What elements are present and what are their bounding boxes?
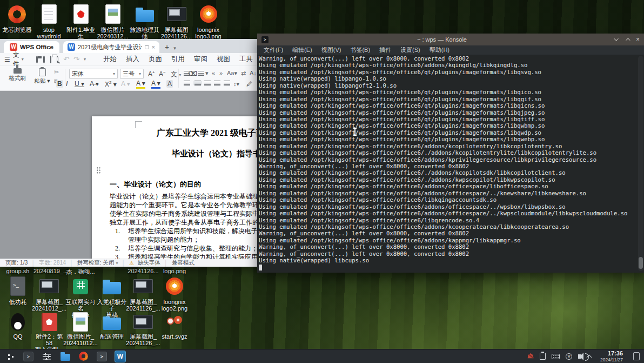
increase-indent-icon[interactable]: » [219,70,223,76]
notifications-muted-icon[interactable] [527,353,534,359]
taskbar-browser-button[interactable] [78,351,89,362]
word-count[interactable]: 字数: 2814 [39,259,66,267]
desktop-icon-label[interactable]: 20241126... [128,268,159,274]
keyboard-icon[interactable] [552,354,560,359]
align-right-button[interactable] [204,81,211,85]
paste-button[interactable]: 粘贴 ▾ [30,68,54,85]
char-shading-button[interactable]: A [166,80,173,88]
text-direction-button[interactable]: ⇄ [241,70,246,77]
desktop-icon[interactable]: 附件2：第58 期入党积... [33,312,65,353]
ribbon-tab[interactable]: 引用 [170,53,186,65]
compat-mode-status[interactable]: 兼容模式 [172,259,194,267]
bullet-list-button[interactable]: ▾ [184,70,194,77]
strikethrough-button[interactable]: A ▾ [90,80,99,88]
tab-preview-icon[interactable] [145,45,149,49]
ribbon-tab[interactable]: 工具 [238,53,254,65]
export-pdf-icon[interactable] [43,56,45,63]
page-indicator[interactable]: 页面: 1/3 [5,259,28,267]
font-name-select[interactable]: 宋体▾ [69,69,118,79]
desktop-icon-label: 屏幕截图 20241126... [161,27,192,39]
taskbar-settings-button[interactable] [41,351,52,362]
scrollbar-thumb[interactable] [639,257,643,269]
save-icon[interactable] [36,56,38,63]
change-case-button[interactable]: Aa▾ [227,70,237,77]
taskbar-konsole-task[interactable]: > [96,351,108,362]
shading-button[interactable]: 🖉 [246,81,252,87]
format-painter-button[interactable]: 格式刷 [5,68,29,82]
wordart-button[interactable]: A ▾ [121,80,130,88]
hamburger-icon[interactable]: ☰ [4,56,10,63]
taskbar-wps-task[interactable]: W [115,351,126,362]
ribbon-tab[interactable]: 插入 [125,53,140,65]
menu-item[interactable]: 视图(V) [321,46,341,54]
cut-icon[interactable]: ✂ [54,69,59,75]
redo-icon[interactable]: ↷ [73,55,79,63]
print-preview-icon[interactable] [57,56,58,63]
justify-button[interactable] [214,81,220,85]
decrease-font-icon[interactable]: A− [159,70,166,78]
menu-item[interactable]: 编辑(E) [292,46,312,54]
close-icon[interactable]: × [636,36,640,43]
tab-list-caret-icon[interactable]: ▾ [173,45,176,53]
numbered-list-button[interactable]: ▾ [198,70,209,77]
superscript-button[interactable]: X2 ▾ [105,80,117,88]
menu-item[interactable]: 文件(F) [264,46,283,54]
network-icon[interactable]: V [566,353,572,360]
undo-icon[interactable]: ↶ [63,55,69,63]
line-spacing-button[interactable]: ↕▾ [233,81,239,88]
menu-item[interactable]: 插件 [379,46,391,54]
desktop-icon[interactable]: 配送管理 [96,312,128,353]
ribbon-tab[interactable]: 审阅 [193,53,209,65]
wps-document-tab[interactable]: W 2021级电商专业毕业设计（论 × [63,41,159,53]
font-color-button[interactable]: A ▾ [151,80,160,89]
ribbon-tab[interactable]: 开始 [102,53,118,65]
terminal-output[interactable]: Warning, of_unconvert(...) left over 0x8… [257,55,644,273]
clipboard-icon[interactable] [540,353,546,360]
doc-body-line: 独立开展工作，从而使学生具备从事电子商务工作的实际能力。毕业设 [110,218,258,227]
sort-button[interactable]: A↓ [250,70,257,76]
decrease-indent-icon[interactable]: « [212,70,215,76]
desktop-icon[interactable]: start.svgz [159,312,190,353]
spellcheck-status[interactable]: 拼写检查: 关闭 ▾ [77,259,118,267]
align-left-button[interactable] [184,81,190,85]
print-icon[interactable] [50,56,52,63]
desktop-icon-label[interactable]: 杰，鞠颂... [65,268,96,276]
align-center-button[interactable] [193,81,202,85]
distribute-button[interactable] [224,81,230,85]
desktop-icon-label[interactable]: logo.png [159,268,190,274]
highlight-color-button[interactable]: A ▾ [136,80,145,89]
show-desktop-button[interactable] [633,352,640,360]
ribbon-tab[interactable]: 视图 [216,53,231,65]
desktop-icon-label: loongnix logo2.png [162,299,187,312]
volume-icon[interactable] [578,354,581,359]
quickbar-caret-icon[interactable]: ▾ [84,57,86,62]
taskbar-clock[interactable]: 17:36 2024/11/27 [600,351,623,362]
phonetic-guide-icon[interactable]: 文 ▾ [171,70,181,79]
desktop-icon[interactable]: 屏幕截图_ 20241126_... [128,312,159,353]
desktop-icon-label[interactable]: group.sh [2,268,33,274]
menu-item[interactable]: 帮助(H) [430,46,450,54]
increase-font-icon[interactable]: A+ [148,70,155,78]
font-size-select[interactable]: 三号▾ [120,69,144,79]
drag-handle-icon[interactable] [96,167,101,174]
menu-item[interactable]: 设置(S) [400,46,420,54]
terminal-scrollbar[interactable] [638,56,643,271]
document-area[interactable]: 广东工业大学 2021 级电子商务专 毕业设计（论文）指导书 一、毕业设计（论文… [0,91,258,259]
app-launcher-button[interactable] [4,351,16,362]
taskbar-terminal-button[interactable]: > [23,351,34,362]
menu-item[interactable]: 书签(B) [350,46,370,54]
desktop-icon[interactable]: QQ [2,312,33,353]
desktop-icon-label[interactable]: 20240819_... [33,268,65,274]
underline-button[interactable]: U ▾ [75,80,84,88]
desktop-icon[interactable]: 微信图片_ 202411012... [65,312,96,353]
italic-button[interactable]: I [66,80,68,88]
konsole-title-bar[interactable]: > ~ : wps — Konsole × [257,34,644,45]
tab-close-icon[interactable]: × [152,44,155,50]
wps-home-tab[interactable]: W WPS Office [4,41,59,53]
new-tab-button[interactable]: + [165,43,169,53]
ribbon-tab[interactable]: 页面 [147,53,163,65]
bold-button[interactable]: B [56,80,63,88]
missing-font-status[interactable]: 缺失字体 [138,259,160,267]
maximize-icon[interactable] [626,38,630,42]
taskbar-files-button[interactable] [59,351,71,362]
